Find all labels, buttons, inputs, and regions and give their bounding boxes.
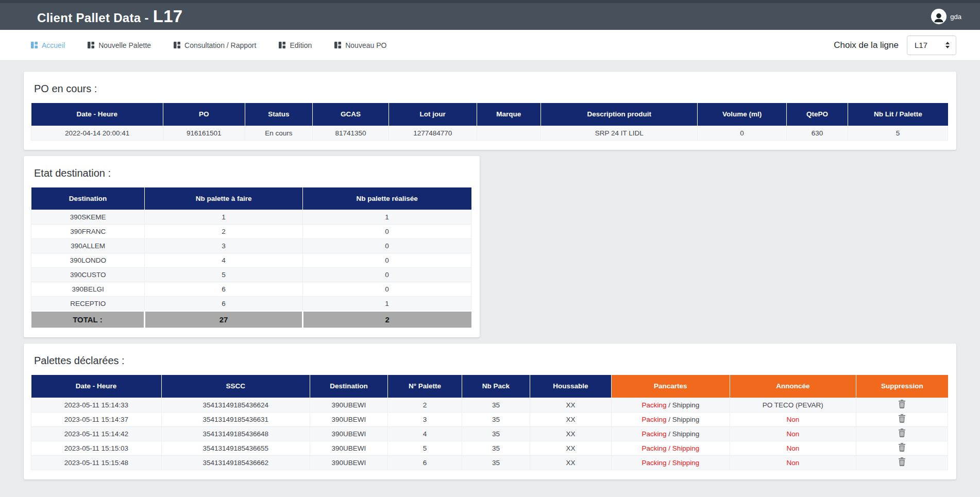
trash-icon — [898, 457, 906, 466]
pallet-date: 2023-05-11 15:14:33 — [31, 398, 162, 412]
dest-todo: 3 — [145, 239, 303, 253]
pallet-annoncee: Non — [730, 426, 856, 441]
pallet-nb-pack: 35 — [462, 426, 530, 441]
pallet-sscc: 35413149185436655 — [161, 441, 310, 455]
top-bar: Client Pallet Data - L17 gda — [0, 0, 980, 30]
dest-done: 0 — [302, 282, 471, 297]
pallet-nb-pack: 35 — [462, 455, 530, 470]
pallet-date: 2023-05-11 15:14:42 — [31, 426, 162, 441]
pallet-date: 2023-05-11 15:15:48 — [31, 455, 162, 470]
pallet-suppression — [856, 398, 948, 412]
po-section-title: PO en cours : — [34, 83, 948, 95]
po-cell-description: SRP 24 IT LIDL — [541, 126, 698, 140]
pallet-destination: 390UBEWI — [310, 441, 387, 455]
pallet-houssable: XX — [530, 441, 611, 455]
pallet-houssable: XX — [530, 412, 611, 426]
delete-pallet-button[interactable] — [898, 429, 906, 437]
dest-todo: 5 — [145, 268, 303, 282]
pallet-annoncee: Non — [730, 412, 856, 426]
delete-pallet-button[interactable] — [898, 457, 906, 466]
nav-item-label: Nouveau PO — [345, 41, 386, 49]
pancarte-packing-link[interactable]: Packing — [641, 416, 666, 423]
user-menu[interactable]: gda — [931, 9, 961, 24]
dest-done: 0 — [302, 253, 471, 268]
dest-todo: 2 — [145, 225, 303, 239]
destination-row: 390LONDO 4 0 — [31, 253, 471, 268]
pallet-pancartes: Packing / Shipping — [612, 398, 730, 412]
pallet-pancartes: Packing / Shipping — [612, 426, 730, 441]
pancarte-shipping-link[interactable]: / Shipping — [668, 444, 699, 452]
grid-icon — [31, 42, 38, 48]
po-table-header-row: Date - Heure PO Status GCAS Lot jour Mar… — [31, 103, 948, 126]
nav-item-nouvelle-palette[interactable]: Nouvelle Palette — [88, 41, 151, 49]
dest-todo: 4 — [145, 253, 303, 268]
grid-icon — [88, 42, 94, 48]
pallet-row: 2023-05-11 15:15:48 35413149185436662 39… — [31, 455, 948, 470]
pallet-number: 2 — [388, 398, 462, 412]
pallets-section-title: Palettes déclarées : — [34, 355, 948, 367]
pancarte-packing-link[interactable]: Packing — [641, 459, 666, 467]
pancarte-packing-link[interactable]: Packing — [641, 401, 666, 409]
col-date-heure: Date - Heure — [31, 375, 162, 398]
line-select-value: L17 — [915, 41, 927, 49]
page-title-line: L17 — [153, 7, 183, 26]
po-cell-qtepo: 630 — [786, 126, 848, 140]
dest-todo: 6 — [145, 297, 303, 311]
pancarte-packing-link[interactable]: Packing — [641, 430, 666, 438]
pallet-destination: 390UBEWI — [310, 426, 387, 441]
total-todo: 27 — [145, 311, 303, 328]
delete-pallet-button[interactable] — [898, 414, 906, 423]
nav-item-accueil[interactable]: Accueil — [31, 41, 65, 49]
col-po: PO — [163, 103, 245, 126]
pallet-date: 2023-05-11 15:15:03 — [31, 441, 162, 455]
main-content: PO en cours : Date - Heure PO Status GCA… — [0, 61, 980, 479]
nav-item-label: Accueil — [42, 41, 65, 49]
line-select[interactable]: L17 — [907, 36, 956, 55]
po-cell-marque — [477, 126, 541, 140]
nav-item-consultation-rapport[interactable]: Consultation / Rapport — [174, 41, 256, 49]
po-cell-status: En cours — [245, 126, 313, 140]
delete-pallet-button[interactable] — [898, 443, 906, 452]
dest-todo: 6 — [145, 282, 303, 297]
pancarte-shipping-link[interactable]: / Shipping — [668, 459, 699, 467]
select-arrows-icon — [945, 42, 950, 48]
delete-pallet-button[interactable] — [898, 400, 906, 408]
nav-item-edition[interactable]: Edition — [279, 41, 312, 49]
pallet-pancartes: Packing / Shipping — [612, 455, 730, 470]
destination-table-header-row: Destination Nb palette à faire Nb palett… — [31, 187, 471, 210]
dest-done: 1 — [302, 210, 471, 225]
pallet-sscc: 35413149185436662 — [161, 455, 310, 470]
avatar — [931, 9, 947, 24]
page-title: Client Pallet Data - L17 — [37, 7, 182, 26]
nav-item-label: Consultation / Rapport — [184, 41, 256, 49]
pallet-nb-pack: 35 — [462, 441, 530, 455]
col-nb-pack: Nb Pack — [462, 375, 530, 398]
po-cell-gcas: 81741350 — [313, 126, 389, 140]
col-pancartes: Pancartes — [612, 375, 730, 398]
person-icon — [932, 11, 945, 24]
dest-done: 1 — [302, 297, 471, 311]
nav-item-nouveau-po[interactable]: Nouveau PO — [334, 41, 386, 49]
pancarte-packing-link[interactable]: Packing — [641, 444, 666, 452]
trash-icon — [898, 414, 906, 423]
pancarte-shipping-link[interactable]: / Shipping — [668, 401, 699, 409]
pancarte-shipping-link[interactable]: / Shipping — [668, 416, 699, 423]
destination-section-title: Etat destination : — [34, 167, 471, 179]
pallet-row: 2023-05-11 15:14:33 35413149185436624 39… — [31, 398, 948, 412]
dest-name: 390FRANC — [31, 225, 145, 239]
pallet-destination: 390UBEWI — [310, 455, 387, 470]
col-num-palette: N° Palette — [388, 375, 462, 398]
po-cell-date: 2022-04-14 20:00:41 — [31, 126, 163, 140]
nav-item-label: Nouvelle Palette — [98, 41, 151, 49]
destination-row: 390ALLEM 3 0 — [31, 239, 471, 253]
po-en-cours-card: PO en cours : Date - Heure PO Status GCA… — [24, 72, 956, 150]
pallets-table: Date - Heure SSCC Destination N° Palette… — [31, 375, 948, 470]
dest-name: 390CUSTO — [31, 268, 145, 282]
col-qtepo: QtePO — [786, 103, 848, 126]
pallet-row: 2023-05-11 15:14:37 35413149185436631 39… — [31, 412, 948, 426]
pancarte-shipping-link[interactable]: / Shipping — [668, 430, 699, 438]
col-destination: Destination — [31, 187, 145, 210]
pallet-suppression — [856, 441, 948, 455]
col-description-produit: Description produit — [541, 103, 698, 126]
po-cell-po: 916161501 — [163, 126, 245, 140]
